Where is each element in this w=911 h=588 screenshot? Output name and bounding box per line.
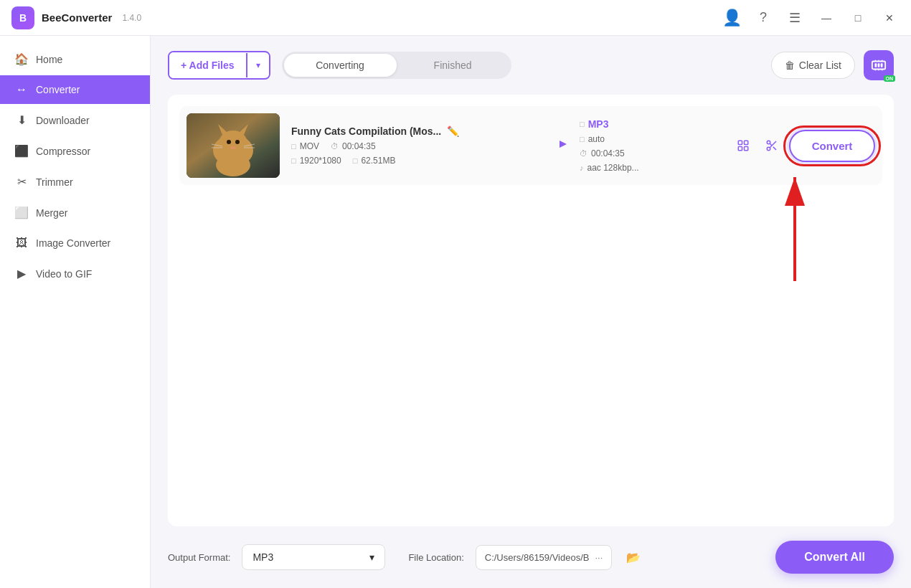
file-name: Funny Cats Compilation (Mos... [291,125,441,137]
settings-action-icon[interactable] [732,134,755,157]
svg-marker-25 [560,141,567,148]
audio-icon: ♪ [580,163,584,172]
sidebar-item-home[interactable]: 🏠 Home [0,44,150,74]
trash-icon: 🗑 [785,60,795,71]
format-select-value: MP3 [252,551,273,563]
sidebar-label-downloader: Downloader [36,115,90,126]
minimize-button[interactable]: — [816,8,836,28]
svg-line-33 [773,147,776,150]
content-area: + Add Files ▾ Converting Finished 🗑 Clea… [151,36,911,588]
output-format-icon: □ [580,120,585,128]
svg-rect-26 [738,141,742,144]
svg-rect-1 [875,63,877,67]
input-resolution-item: □ 1920*1080 [291,156,341,166]
duration-icon: ⏱ [331,142,339,151]
input-format: MOV [300,141,319,151]
tab-converting[interactable]: Converting [284,54,397,77]
arrow-svg [539,137,568,151]
convert-all-button[interactable]: Convert All [775,541,894,574]
home-icon: 🏠 [14,52,29,66]
gpu-icon [871,57,887,73]
video-to-gif-icon: ▶ [14,267,29,280]
sidebar-label-image-converter: Image Converter [36,237,110,249]
sidebar-label-converter: Converter [36,84,80,95]
sidebar-item-trimmer[interactable]: ✂ Trimmer [0,167,150,196]
sidebar-item-merger[interactable]: ⬜ Merger [0,198,150,227]
sidebar-label-trimmer: Trimmer [36,176,73,188]
convert-direction-arrow [539,136,568,156]
file-list-area: Funny Cats Compilation (Mos... ✏️ □ MOV … [168,95,894,526]
folder-open-icon[interactable]: 📂 [626,551,641,564]
compressor-icon: ⬛ [14,144,29,158]
clear-list-button[interactable]: 🗑 Clear List [771,52,855,79]
svg-point-16 [227,140,231,144]
profile-icon[interactable]: 👤 [722,8,742,28]
action-area: Convert [732,130,875,162]
quality-icon: □ [580,135,585,143]
red-arrow-annotation [773,170,816,288]
gpu-badge: ON [864,50,894,80]
main-layout: 🏠 Home ↔ Converter ⬇ Downloader ⬛ Compre… [0,36,911,588]
add-files-main-label[interactable]: + Add Files [169,52,246,78]
converter-icon: ↔ [14,83,29,96]
sidebar-item-video-to-gif[interactable]: ▶ Video to GIF [0,259,150,288]
titlebar: B BeeConverter 1.4.0 👤 ? ☰ — □ ✕ [0,0,911,36]
add-files-button[interactable]: + Add Files ▾ [168,51,270,80]
svg-point-31 [767,147,770,151]
action-icons [732,134,783,157]
close-button[interactable]: ✕ [879,8,900,28]
app-logo: B [11,6,34,29]
file-thumbnail [187,113,280,178]
svg-point-18 [230,146,236,149]
trimmer-icon: ✂ [14,175,29,189]
scissors-action-icon[interactable] [760,134,783,157]
location-dots[interactable]: ··· [595,552,603,563]
format-select-chevron: ▾ [369,551,374,563]
tab-finished[interactable]: Finished [397,54,509,77]
sidebar-label-video-to-gif: Video to GIF [36,268,92,280]
output-audio-row: ♪ aac 128kbp... [580,163,709,173]
downloader-icon: ⬇ [14,113,29,127]
svg-rect-28 [738,147,742,151]
output-duration: 00:04:35 [591,148,625,158]
output-format: MP3 [588,118,609,130]
svg-point-30 [767,141,770,144]
help-icon[interactable]: ? [753,8,773,28]
resolution-icon: □ [291,156,296,165]
output-format-label: Output Format: [168,552,230,563]
input-duration: 00:04:35 [342,141,376,151]
convert-button[interactable]: Convert [789,130,875,162]
output-info: □ MP3 □ auto ⏱ 00:04:35 ♪ aac 128kbp... [580,118,709,173]
menu-icon[interactable]: ☰ [785,8,805,28]
svg-rect-27 [745,141,748,144]
sidebar-item-compressor[interactable]: ⬛ Compressor [0,136,150,166]
input-size-item: □ 62.51MB [353,156,396,166]
convert-button-wrapper: Convert [789,130,875,162]
input-resolution: 1920*1080 [300,156,341,166]
red-arrow-svg [773,170,816,285]
maximize-button[interactable]: □ [848,8,868,28]
input-meta2: □ 1920*1080 □ 62.51MB [291,156,528,166]
sidebar-item-image-converter[interactable]: 🖼 Image Converter [0,229,150,257]
sidebar-label-compressor: Compressor [36,146,90,157]
app-version: 1.4.0 [122,13,141,23]
app-title: BeeConverter [42,11,112,24]
size-icon: □ [353,156,358,165]
sidebar-item-downloader[interactable]: ⬇ Downloader [0,105,150,135]
svg-line-34 [770,143,772,146]
file-location-path[interactable]: C:/Users/86159/Videos/B ··· [476,545,613,570]
add-files-dropdown-arrow[interactable]: ▾ [246,53,269,77]
output-duration-row: ⏱ 00:04:35 [580,148,709,158]
svg-point-17 [235,140,240,144]
output-format-row: □ MP3 [580,118,709,130]
bottom-bar: Output Format: MP3 ▾ File Location: C:/U… [168,538,894,574]
output-quality: auto [588,134,605,144]
file-info: Funny Cats Compilation (Mos... ✏️ □ MOV … [291,125,528,166]
sidebar-item-converter[interactable]: ↔ Converter [0,75,150,104]
clear-list-label: Clear List [799,60,841,71]
edit-icon[interactable]: ✏️ [447,125,459,137]
format-select-dropdown[interactable]: MP3 ▾ [242,544,385,570]
location-path-text: C:/Users/86159/Videos/B [485,552,590,563]
svg-rect-3 [881,63,883,67]
thumbnail-image [187,113,280,178]
